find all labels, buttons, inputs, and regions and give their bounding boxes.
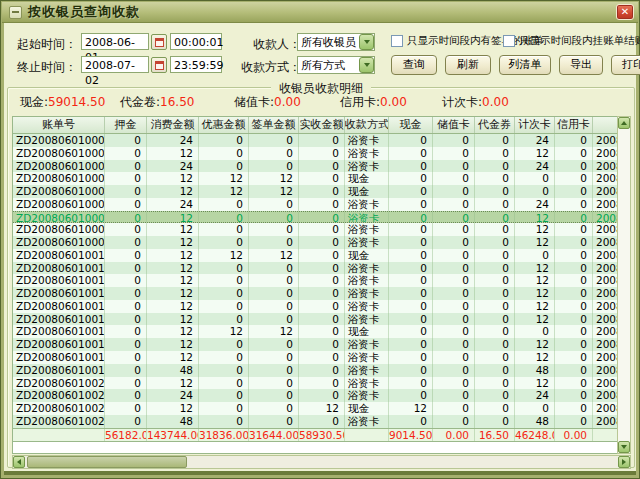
table-cell: 2008-0 bbox=[593, 198, 618, 211]
scroll-right-icon[interactable] bbox=[618, 456, 630, 468]
table-cell: 2008-0 bbox=[593, 172, 618, 185]
table-row[interactable]: ZD200806010012012000浴资卡0001202008-0 bbox=[13, 274, 618, 287]
table-cell: 0 bbox=[105, 249, 147, 262]
table-cell: 0 bbox=[199, 262, 249, 275]
table-cell: ZD200806010013 bbox=[13, 287, 105, 300]
table-row[interactable]: ZD20080601000501212120现金000002008-0 bbox=[13, 185, 618, 198]
table-cell: 0 bbox=[555, 377, 593, 390]
refresh-button[interactable]: 刷新 bbox=[445, 55, 491, 75]
vertical-scrollbar[interactable] bbox=[617, 116, 631, 454]
table-row[interactable]: ZD20080601000401212120现金000002008-0 bbox=[13, 172, 618, 185]
table-cell: 现金 bbox=[345, 185, 389, 198]
export-button[interactable]: 导出 bbox=[559, 55, 603, 75]
column-header[interactable]: 账单号 bbox=[13, 117, 105, 133]
table-cell: 0 bbox=[433, 415, 475, 428]
table-cell: 0 bbox=[555, 262, 593, 275]
table-cell: 0 bbox=[389, 389, 433, 402]
close-button[interactable]: ✕ bbox=[616, 4, 634, 20]
table-cell: 2008-0 bbox=[593, 287, 618, 300]
table-row[interactable]: ZD200806010008012000浴资卡0001202008-0 bbox=[13, 223, 618, 236]
table-row[interactable]: ZD200806010015012000浴资卡0001202008-0 bbox=[13, 313, 618, 326]
horizontal-scrollbar[interactable] bbox=[12, 455, 631, 469]
table-row[interactable]: ZD200806010019048000浴资卡0004802008-0 bbox=[13, 364, 618, 377]
table-cell: 0 bbox=[105, 364, 147, 377]
column-header[interactable]: 现金 bbox=[389, 117, 433, 133]
start-time-input[interactable]: 00:00:01 bbox=[170, 33, 222, 50]
table-row[interactable]: ZD200806010013012000浴资卡0001202008-0 bbox=[13, 287, 618, 300]
column-header[interactable]: 信用卡 bbox=[555, 117, 593, 133]
query-button[interactable]: 查询 bbox=[391, 55, 437, 75]
table-row[interactable]: ZD200806010006024000浴资卡0002402008-0 bbox=[13, 198, 618, 211]
table-cell: 0 bbox=[475, 402, 515, 415]
horizontal-scroll-thumb[interactable] bbox=[27, 456, 187, 468]
column-header[interactable]: 代金券 bbox=[475, 117, 515, 133]
table-row[interactable]: ZD200806010009012000浴资卡0001202008-0 bbox=[13, 236, 618, 249]
column-header[interactable] bbox=[593, 117, 618, 133]
scroll-up-icon[interactable] bbox=[618, 117, 630, 129]
table-row[interactable]: ZD200806010014012000浴资卡0001202008-0 bbox=[13, 300, 618, 313]
table-cell: 0 bbox=[433, 351, 475, 364]
table-row[interactable]: ZD200806010011012000浴资卡0001202008-0 bbox=[13, 262, 618, 275]
method-select[interactable]: 所有方式 bbox=[297, 56, 375, 74]
table-cell: 0 bbox=[433, 249, 475, 262]
column-header[interactable]: 收款方式 bbox=[345, 117, 389, 133]
column-header[interactable]: 计次卡 bbox=[515, 117, 555, 133]
chevron-down-icon[interactable] bbox=[359, 34, 374, 50]
credit-settle-checkbox[interactable] bbox=[503, 35, 515, 47]
column-header[interactable]: 签单金额 bbox=[249, 117, 299, 133]
table-cell: 0 bbox=[199, 415, 249, 428]
table-cell: 0 bbox=[105, 313, 147, 326]
signed-bills-checkbox[interactable] bbox=[391, 35, 403, 47]
table-cell: 0 bbox=[433, 172, 475, 185]
table-cell: 浴资卡 bbox=[345, 389, 389, 402]
table-cell: 0 bbox=[475, 300, 515, 313]
table-cell: 现金 bbox=[345, 249, 389, 262]
table-cell: 12 bbox=[389, 402, 433, 415]
print-button[interactable]: 打印 bbox=[611, 55, 640, 75]
table-cell: 0 bbox=[249, 287, 299, 300]
payee-selected-value: 所有收银员 bbox=[298, 35, 359, 50]
end-date-input[interactable]: 2008-07-02 bbox=[81, 56, 149, 73]
end-time-input[interactable]: 23:59:59 bbox=[170, 56, 222, 73]
table-row[interactable]: ZD200806010018012000浴资卡0001202008-0 bbox=[13, 351, 618, 364]
table-cell: 0 bbox=[199, 160, 249, 173]
scroll-down-icon[interactable] bbox=[618, 441, 630, 453]
table-row[interactable]: ZD200806010020012000浴资卡0001202008-0 bbox=[13, 377, 618, 390]
table-row[interactable]: ZD200806010001024000浴资卡0002402008-0 bbox=[13, 134, 618, 147]
table-row[interactable]: ZD20080601001601212120现金000002008-0 bbox=[13, 325, 618, 338]
table-cell: 0 bbox=[299, 160, 345, 173]
table-cell: 0 bbox=[299, 338, 345, 351]
table-cell: 0 bbox=[199, 338, 249, 351]
scroll-left-icon[interactable] bbox=[13, 456, 25, 468]
list-button[interactable]: 列清单 bbox=[499, 55, 551, 75]
table-cell: 12 bbox=[515, 351, 555, 364]
table-cell: 12 bbox=[199, 325, 249, 338]
column-header[interactable]: 押金 bbox=[105, 117, 147, 133]
table-cell: 浴资卡 bbox=[345, 198, 389, 211]
table-cell: 0 bbox=[555, 364, 593, 377]
column-header[interactable]: 实收金额 bbox=[299, 117, 345, 133]
table-row[interactable]: ZD200806010023048000浴资卡0004802008-0 bbox=[13, 415, 618, 428]
table-cell: 0 bbox=[515, 249, 555, 262]
table-row[interactable]: ZD200806010007012000浴资卡0001202008-0 bbox=[13, 211, 618, 224]
table-row[interactable]: ZD200806010002012000浴资卡0001202008-0 bbox=[13, 147, 618, 160]
column-header[interactable]: 消费金额 bbox=[147, 117, 199, 133]
table-cell: 0 bbox=[299, 223, 345, 236]
table-row[interactable]: ZD200806010021024000浴资卡0002402008-0 bbox=[13, 389, 618, 402]
table-row[interactable]: ZD20080601001001212120现金000002008-0 bbox=[13, 249, 618, 262]
column-header[interactable]: 优惠金额 bbox=[199, 117, 249, 133]
table-row[interactable]: ZD200806010003024000浴资卡0002402008-0 bbox=[13, 160, 618, 173]
table-cell: 0 bbox=[389, 338, 433, 351]
table-cell: 24 bbox=[515, 134, 555, 147]
start-date-input[interactable]: 2008-06-01 bbox=[81, 33, 149, 50]
payee-select[interactable]: 所有收银员 bbox=[297, 33, 375, 51]
chevron-down-icon[interactable] bbox=[359, 57, 374, 73]
column-header[interactable]: 储值卡 bbox=[433, 117, 475, 133]
start-date-calendar-button[interactable] bbox=[151, 34, 167, 50]
table-cell: 2008-0 bbox=[593, 415, 618, 428]
summary-label: 储值卡: bbox=[234, 95, 274, 109]
table-cell: 0 bbox=[475, 223, 515, 236]
table-row[interactable]: ZD200806010017012000浴资卡0001202008-0 bbox=[13, 338, 618, 351]
table-row[interactable]: ZD2008060100220120012现金1200002008-0 bbox=[13, 402, 618, 415]
end-date-calendar-button[interactable] bbox=[151, 57, 167, 73]
